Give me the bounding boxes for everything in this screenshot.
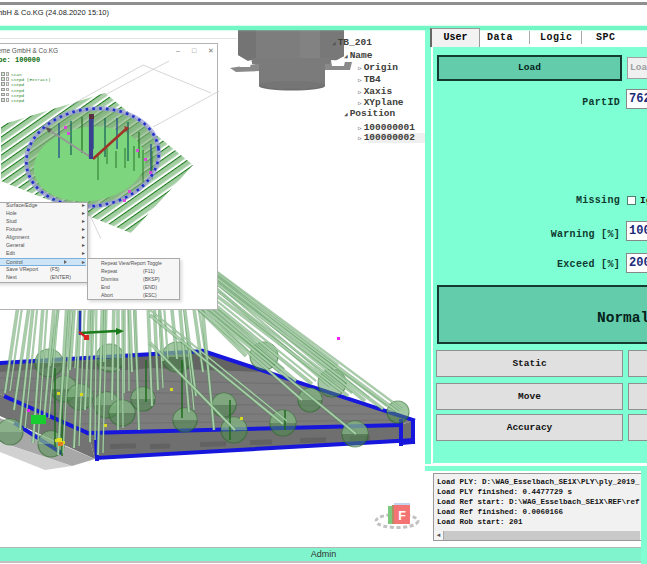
svg-text:F: F <box>398 509 406 523</box>
